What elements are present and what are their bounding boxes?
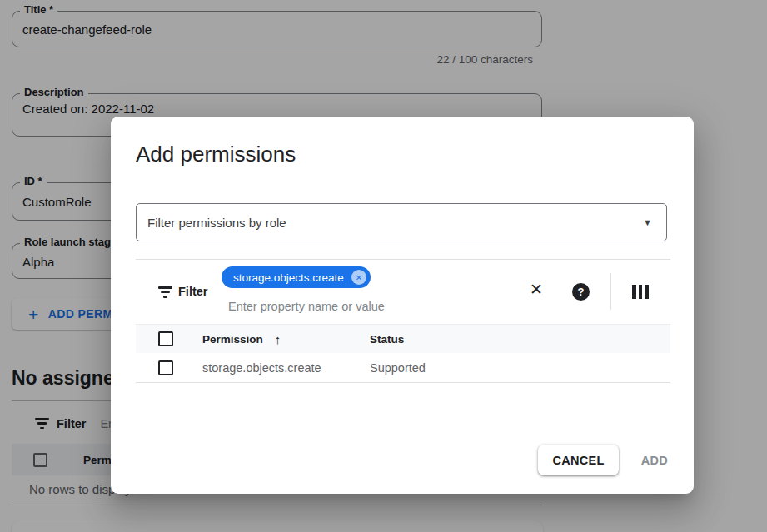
filter-label: Filter xyxy=(178,285,207,298)
toolbar-divider xyxy=(610,273,611,310)
filter-input[interactable]: Enter property name or value xyxy=(228,300,385,313)
row-permission-value: storage.objects.create xyxy=(202,361,370,375)
clear-filter-icon[interactable]: ✕ xyxy=(530,281,543,297)
table-row[interactable]: storage.objects.create Supported xyxy=(136,353,670,383)
create-role-page: Title * create-changefeed-role 22 / 100 … xyxy=(0,0,767,532)
dialog-title: Add permissions xyxy=(136,142,296,167)
sort-ascending-arrow-icon[interactable]: ↑ xyxy=(275,332,281,346)
column-display-icon[interactable] xyxy=(632,285,649,299)
role-filter-dropdown-value: Filter permissions by role xyxy=(147,216,286,230)
filter-chip[interactable]: storage.objects.create ✕ xyxy=(222,266,371,288)
column-header-status[interactable]: Status xyxy=(370,333,670,346)
cancel-button[interactable]: CANCEL xyxy=(538,445,618,475)
add-permissions-dialog: Add permissions Filter permissions by ro… xyxy=(111,117,694,494)
role-filter-dropdown[interactable]: Filter permissions by role ▼ xyxy=(136,203,667,241)
table-header-row: Permission ↑ Status xyxy=(136,324,670,353)
row-status-value: Supported xyxy=(370,361,670,375)
filter-funnel-icon xyxy=(158,286,172,298)
dialog-footer: CANCEL ADD xyxy=(538,445,668,475)
remove-chip-icon[interactable]: ✕ xyxy=(351,270,366,285)
filter-chip-text: storage.objects.create xyxy=(233,271,344,284)
chevron-down-icon: ▼ xyxy=(643,217,652,227)
table-filter-toolbar: Filter storage.objects.create ✕ Enter pr… xyxy=(136,260,670,324)
permissions-table-panel: Filter storage.objects.create ✕ Enter pr… xyxy=(136,259,670,383)
select-all-checkbox[interactable] xyxy=(158,331,173,346)
help-icon[interactable]: ? xyxy=(572,283,590,301)
column-header-permission[interactable]: Permission xyxy=(202,333,263,346)
row-checkbox[interactable] xyxy=(158,360,173,375)
add-button[interactable]: ADD xyxy=(641,454,668,467)
